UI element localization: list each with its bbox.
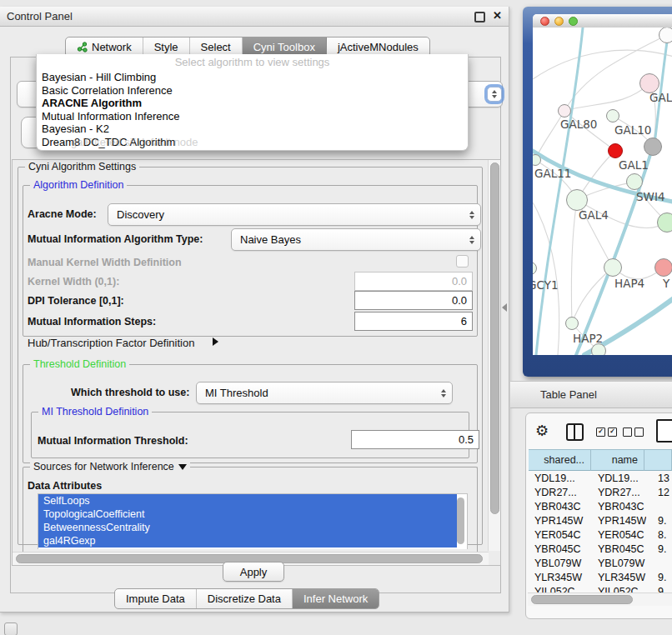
- algorithm-option[interactable]: Mutual Information Inference: [37, 110, 468, 123]
- table-cell[interactable]: YDR27...: [598, 486, 646, 500]
- attribute-item[interactable]: TopologicalCoefficient: [38, 508, 457, 521]
- gear-icon[interactable]: ⚙: [535, 422, 549, 440]
- table-cell[interactable]: YDL19...: [534, 472, 589, 486]
- table-cell[interactable]: YBR043C: [598, 500, 646, 514]
- algorithm-option[interactable]: Bayesian - K2: [37, 122, 468, 136]
- network-node[interactable]: [608, 143, 623, 158]
- network-node[interactable]: [565, 317, 579, 330]
- apply-button[interactable]: Apply: [223, 562, 284, 582]
- chevron-right-icon[interactable]: [213, 338, 218, 346]
- which-threshold-combo[interactable]: MI Threshold: [196, 382, 453, 404]
- table-cell[interactable]: YIL052C: [598, 585, 646, 592]
- data-attributes-list[interactable]: SelfLoops TopologicalCoefficient Between…: [38, 493, 468, 549]
- table-cell[interactable]: YER054C: [534, 528, 589, 542]
- algorithm-option[interactable]: Basic Correlation Inference: [37, 84, 468, 98]
- table-cell[interactable]: YBR045C: [598, 542, 646, 557]
- window-zoom-icon[interactable]: [569, 17, 578, 26]
- table-horizontal-scrollbar[interactable]: [528, 592, 672, 606]
- close-icon[interactable]: ✕: [493, 9, 502, 22]
- table-panel-titlebar[interactable]: Table Panel: [510, 381, 672, 408]
- tab-discretize-data[interactable]: Discretize Data: [197, 589, 293, 608]
- attribute-item[interactable]: BetweennessCentrality: [38, 521, 457, 534]
- table-cell[interactable]: YDL19...: [598, 472, 646, 486]
- table-header-name[interactable]: name: [591, 449, 644, 471]
- tab-select-label: Select: [201, 41, 231, 53]
- list-scrollbar-thumb[interactable]: [457, 498, 464, 544]
- control-panel: Control Panel ✕ Network Style Select Cyn…: [0, 7, 509, 612]
- control-panel-titlebar[interactable]: Control Panel ✕: [0, 7, 509, 27]
- table-cell[interactable]: YBR045C: [534, 542, 589, 557]
- network-view-frame[interactable]: GAL80 GAL10 GAL1 GAL11 SWI4 GAL4 GCY1 HA…: [523, 7, 672, 377]
- mi-threshold-field[interactable]: 0.5: [351, 430, 479, 449]
- table-cell[interactable]: 13: [658, 472, 672, 486]
- table-mode-icon[interactable]: [656, 419, 672, 442]
- tab-infer-network[interactable]: Infer Network: [293, 589, 379, 608]
- algorithm-definition-title: Algorithm Definition: [30, 179, 127, 191]
- network-node[interactable]: [659, 28, 672, 43]
- chevron-down-icon[interactable]: [178, 464, 187, 470]
- control-panel-title: Control Panel: [7, 10, 73, 22]
- settings-vertical-scrollbar[interactable]: [488, 160, 500, 551]
- tab-impute-data-label: Impute Data: [126, 592, 185, 605]
- aracne-mode-combo[interactable]: Discovery: [108, 203, 481, 226]
- network-window[interactable]: GAL80 GAL10 GAL1 GAL11 SWI4 GAL4 GCY1 HA…: [533, 14, 672, 355]
- collection-combo-ghost-label: galFiltered.sif default node: [71, 136, 198, 148]
- kernel-width-field[interactable]: 0.0: [354, 272, 473, 291]
- cyni-algorithm-settings-title: Cyni Algorithm Settings: [25, 161, 139, 172]
- window-close-icon[interactable]: [540, 17, 549, 26]
- table-cell[interactable]: 9.: [658, 542, 672, 557]
- table-cell[interactable]: 8.: [658, 528, 672, 542]
- table-cell[interactable]: YER054C: [598, 528, 646, 542]
- settings-scrollpane: Cyni Algorithm Settings Algorithm Defini…: [12, 159, 501, 566]
- network-canvas[interactable]: GAL80 GAL10 GAL1 GAL11 SWI4 GAL4 GCY1 HA…: [533, 28, 672, 355]
- chevron-updown-icon[interactable]: [487, 87, 502, 102]
- mi-type-combo[interactable]: Naive Bayes: [231, 228, 481, 251]
- float-window-icon[interactable]: [474, 12, 485, 22]
- window-minimize-icon[interactable]: [554, 17, 564, 26]
- network-node[interactable]: [644, 138, 662, 156]
- dpi-tolerance-field[interactable]: 0.0: [354, 291, 473, 310]
- deselect-all-columns-icon[interactable]: [623, 428, 644, 437]
- hub-expander-label[interactable]: Hub/Transcription Factor Definition: [28, 337, 194, 349]
- attribute-item[interactable]: gal4RGexp: [38, 534, 457, 548]
- network-node[interactable]: [604, 258, 622, 277]
- table-cell[interactable]: 9.: [658, 571, 672, 585]
- select-all-columns-icon[interactable]: ✓ ✓: [596, 428, 617, 437]
- table-cell[interactable]: YBR043C: [534, 500, 589, 514]
- panel-divider-grip[interactable]: [502, 303, 507, 312]
- table-cell[interactable]: YLR345W: [598, 571, 646, 585]
- table-cell[interactable]: 9.: [658, 514, 672, 528]
- table-cell[interactable]: YBL079W: [534, 557, 589, 571]
- table-cell[interactable]: YPR145W: [598, 514, 646, 528]
- table-header-extra[interactable]: [644, 449, 672, 471]
- settings-vscroll-thumb[interactable]: [490, 162, 499, 514]
- table-cell[interactable]: YLR345W: [534, 571, 589, 585]
- network-node[interactable]: [657, 212, 672, 232]
- algorithm-option-selected[interactable]: ARACNE Algorithm: [37, 97, 468, 110]
- manual-kernel-checkbox[interactable]: [456, 255, 469, 268]
- network-node[interactable]: [654, 258, 672, 277]
- network-node[interactable]: [591, 343, 606, 355]
- table-cell[interactable]: YBL079W: [598, 557, 646, 571]
- tab-impute-data[interactable]: Impute Data: [115, 589, 197, 608]
- which-threshold-label: Which threshold to use:: [71, 387, 189, 398]
- attribute-item[interactable]: SelfLoops: [38, 494, 457, 508]
- table-hscroll-thumb[interactable]: [531, 595, 633, 604]
- network-node[interactable]: [558, 104, 571, 118]
- table-cell[interactable]: YIL052C: [534, 585, 589, 592]
- table-cell[interactable]: YDR27...: [534, 486, 589, 500]
- table-cell[interactable]: 9.: [658, 585, 672, 592]
- network-node[interactable]: [606, 109, 619, 122]
- node-label: GAL4: [579, 208, 609, 222]
- columns-icon[interactable]: [566, 423, 584, 441]
- mi-steps-field[interactable]: 6: [354, 312, 473, 331]
- table-cell[interactable]: 12: [658, 486, 672, 500]
- node-label: HAP2: [573, 332, 603, 345]
- algorithm-option[interactable]: Bayesian - Hill Climbing: [37, 71, 468, 84]
- minimized-panel-button[interactable]: [4, 622, 18, 635]
- table-cell[interactable]: YPR145W: [534, 514, 589, 528]
- network-window-titlebar[interactable]: [533, 14, 672, 28]
- tab-style-label: Style: [154, 41, 178, 53]
- table-header-shared[interactable]: shared...: [529, 449, 591, 471]
- network-node[interactable]: [626, 173, 643, 190]
